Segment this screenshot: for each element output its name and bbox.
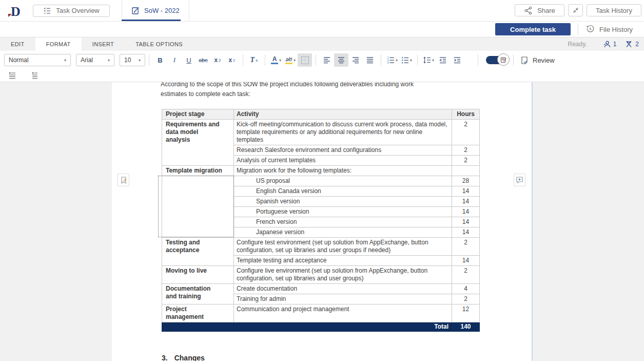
paragraph-style-select[interactable]: Normal ▾ xyxy=(4,54,71,66)
col-header-activity[interactable]: Activity xyxy=(234,109,452,120)
hours-cell[interactable]: 14 xyxy=(452,256,480,266)
flags-indicator[interactable]: 2 xyxy=(625,40,639,48)
outdent-icon xyxy=(439,56,447,64)
hours-cell[interactable]: 14 xyxy=(452,197,480,207)
align-center-button[interactable] xyxy=(334,53,348,67)
chevron-down-icon: ▾ xyxy=(432,58,434,63)
table-total-row: Total 140 xyxy=(162,322,480,332)
chevron-down-icon: ▾ xyxy=(294,58,296,63)
stage-cell[interactable]: Project management xyxy=(162,304,234,322)
total-value-cell[interactable]: 140 xyxy=(452,322,480,332)
activity-cell[interactable]: Migration work for the following templat… xyxy=(234,166,452,176)
italic-button[interactable]: I xyxy=(167,53,182,67)
bold-button[interactable]: B xyxy=(153,53,167,67)
activity-cell[interactable]: Kick-off meeting/communication to discus… xyxy=(234,120,452,145)
activity-cell[interactable]: Configure live environment (set up solut… xyxy=(234,266,452,284)
hours-cell[interactable]: 2 xyxy=(452,294,480,304)
stage-cell[interactable]: Testing and acceptance xyxy=(162,238,234,266)
activity-cell[interactable]: Spanish version xyxy=(234,197,452,207)
activity-cell[interactable]: Communication and project management xyxy=(234,304,452,322)
hours-cell[interactable]: 28 xyxy=(452,176,480,186)
font-size-select[interactable]: 10 ▾ xyxy=(120,54,145,66)
document-page[interactable]: According to the scope of this SOW the p… xyxy=(112,82,533,361)
activity-cell[interactable]: Template testing and acceptance xyxy=(234,256,452,266)
menu-tab-edit[interactable]: EDIT xyxy=(0,37,35,51)
hours-cell[interactable] xyxy=(452,166,480,176)
chevron-down-icon: ▾ xyxy=(139,58,141,63)
highlight-color-button[interactable]: ab ▾ xyxy=(283,53,298,67)
bullet-list-button[interactable]: ▾ xyxy=(399,53,414,67)
col-header-project-stage[interactable]: Project stage xyxy=(162,109,234,120)
task-history-button[interactable]: Task History xyxy=(587,4,641,16)
collapse-panel-button[interactable] xyxy=(568,4,583,16)
stage-cell[interactable]: Template migration xyxy=(162,166,234,176)
activity-cell[interactable]: Configure test environment (set up solut… xyxy=(234,238,452,256)
total-label-cell[interactable]: Total xyxy=(162,322,452,332)
text-direction-rtl-button[interactable] xyxy=(27,69,41,82)
align-justify-button[interactable] xyxy=(363,53,377,67)
hours-cell[interactable]: 14 xyxy=(452,207,480,217)
clear-formatting-button[interactable]: Tx xyxy=(247,53,261,67)
add-comment-button[interactable] xyxy=(514,174,525,186)
underline-button[interactable]: U xyxy=(182,53,196,67)
align-right-button[interactable] xyxy=(348,53,363,67)
font-family-value: Arial xyxy=(81,56,93,64)
topbar: D Task Overview xyxy=(0,0,644,22)
hours-cell[interactable]: 14 xyxy=(452,186,480,197)
align-center-icon xyxy=(337,56,345,64)
borders-button[interactable] xyxy=(298,53,312,67)
add-bookmark-button[interactable] xyxy=(118,174,129,186)
activity-cell[interactable]: US proposal xyxy=(234,176,452,186)
line-spacing-button[interactable]: ▾ xyxy=(421,53,436,67)
collaborators-indicator[interactable]: 1 xyxy=(602,40,617,48)
app-logo: D xyxy=(6,3,26,18)
hours-cell[interactable]: 4 xyxy=(452,284,480,294)
activity-cell[interactable]: Japanese version xyxy=(234,227,452,238)
highlight-color-icon: ab xyxy=(285,56,292,64)
stage-cell[interactable]: Documentation and training xyxy=(162,284,234,304)
strikethrough-button[interactable]: abc xyxy=(196,53,210,67)
table-row: Project management Communication and pro… xyxy=(162,304,480,322)
activity-cell[interactable]: Create documentation xyxy=(234,284,452,294)
section-heading-changes[interactable]: 3. Changes xyxy=(162,354,532,361)
text-direction-ltr-button[interactable] xyxy=(5,69,19,82)
hours-cell[interactable]: 2 xyxy=(452,120,480,145)
activity-cell[interactable]: Research Salesforce environment and conf… xyxy=(234,145,452,156)
stage-cell[interactable]: Moving to live xyxy=(162,266,234,284)
complete-task-button[interactable]: Complete task xyxy=(495,23,571,35)
review-button[interactable]: Review xyxy=(520,56,555,65)
selected-stage-cell[interactable] xyxy=(162,176,234,238)
hours-cell[interactable]: 2 xyxy=(452,156,480,166)
superscript-button[interactable]: x2 xyxy=(210,53,225,67)
hours-cell[interactable]: 14 xyxy=(452,227,480,238)
hours-cell[interactable]: 2 xyxy=(452,238,480,256)
track-changes-toggle[interactable] xyxy=(486,56,505,64)
col-header-hours[interactable]: Hours xyxy=(452,109,480,120)
menu-tab-table-options[interactable]: TABLE OPTIONS xyxy=(125,37,193,51)
font-color-button[interactable]: A ▾ xyxy=(269,53,283,67)
activity-cell[interactable]: French version xyxy=(234,217,452,227)
hours-cell[interactable]: 12 xyxy=(452,304,480,322)
share-button[interactable]: Share xyxy=(515,4,564,16)
file-history-button[interactable]: File History xyxy=(586,25,633,34)
intro-paragraph[interactable]: According to the scope of this SOW the p… xyxy=(161,82,532,99)
task-overview-button[interactable]: Task Overview xyxy=(33,5,110,17)
font-family-select[interactable]: Arial ▾ xyxy=(76,54,114,66)
align-left-button[interactable] xyxy=(320,53,334,67)
activity-cell[interactable]: Portuguese version xyxy=(234,207,452,217)
chevron-down-icon: ▾ xyxy=(410,58,412,63)
activity-cell[interactable]: Training for admin xyxy=(234,294,452,304)
numbered-list-button[interactable]: 123 ▾ xyxy=(385,53,399,67)
hours-cell[interactable]: 2 xyxy=(452,145,480,156)
hours-cell[interactable]: 2 xyxy=(452,266,480,284)
menu-tab-format[interactable]: FORMAT xyxy=(35,37,82,51)
subscript-button[interactable]: x2 xyxy=(225,53,239,67)
activity-cell[interactable]: Analysis of current templates xyxy=(234,156,452,166)
stage-cell[interactable]: Requirements and data model analysis xyxy=(162,120,234,166)
tab-sow-2022[interactable]: SoW - 2022 xyxy=(122,0,189,21)
activity-cell[interactable]: English Canada version xyxy=(234,186,452,197)
outdent-button[interactable] xyxy=(436,53,450,67)
menu-tab-insert[interactable]: INSERT xyxy=(82,37,125,51)
indent-button[interactable] xyxy=(450,53,464,67)
hours-cell[interactable]: 14 xyxy=(452,217,480,227)
